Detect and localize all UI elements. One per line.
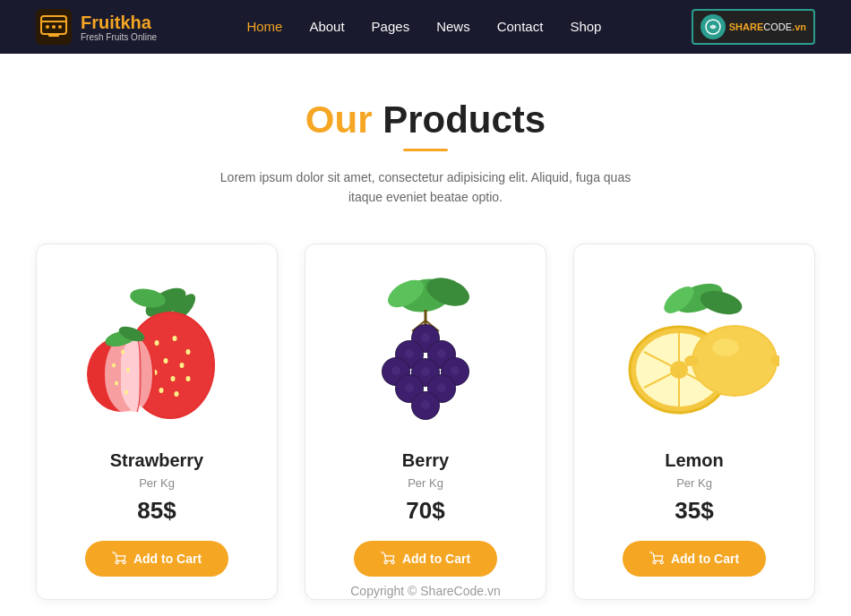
section-description: Lorem ipsum dolor sit amet, consectetur … [202,167,649,208]
product-name-strawberry: Strawberry [110,450,204,471]
svg-point-29 [126,367,130,372]
svg-point-75 [670,361,688,379]
nav-item-contact[interactable]: Contact [497,19,544,35]
svg-point-31 [125,389,128,394]
svg-point-18 [180,363,185,368]
svg-point-3 [46,25,49,29]
product-name-lemon: Lemon [665,450,724,471]
product-unit-berry: Per Kg [408,476,443,490]
products-grid: Strawberry Per Kg 85$ Add to Cart [18,244,833,600]
sharecode-highlight: SHARE [729,21,764,32]
sharecode-badge-text: SHARECODE.vn [729,21,806,32]
nav-item-home[interactable]: Home [246,19,282,35]
product-card-berry: Berry Per Kg 70$ Add to Cart [305,244,546,600]
strawberry-svg [67,276,246,428]
product-unit-strawberry: Per Kg [139,476,175,490]
nav-link-pages[interactable]: Pages [372,19,410,34]
svg-point-15 [186,349,191,355]
copyright-text: Copyright © ShareCode.vn [350,584,501,598]
lemon-svg [609,280,779,424]
product-image-lemon [605,271,784,432]
svg-point-22 [159,388,164,393]
product-price-berry: 70$ [406,497,444,525]
svg-point-4 [52,25,56,29]
svg-point-5 [58,25,62,29]
svg-point-13 [155,340,159,346]
nav-item-news[interactable]: News [436,19,470,35]
nav-logo[interactable]: Fruitkha Fresh Fruits Online [36,9,157,45]
sharecode-badge: SHARECODE.vn [692,9,815,45]
svg-point-57 [451,366,460,375]
nav-link-about[interactable]: About [309,19,344,34]
cart-icon-strawberry [112,552,126,566]
svg-point-51 [391,366,400,375]
svg-point-30 [115,381,118,385]
product-price-lemon: 35$ [675,497,713,525]
nav-item-shop[interactable]: Shop [570,19,601,35]
svg-point-45 [405,349,414,358]
sharecode-domain: .vn [792,21,806,32]
nav-link-contact[interactable]: Contact [497,19,544,34]
svg-point-80 [684,355,699,366]
product-price-strawberry: 85$ [137,497,176,525]
svg-point-28 [112,363,116,367]
nav-link-home[interactable]: Home [246,19,282,34]
svg-point-78 [693,327,776,395]
svg-point-48 [437,349,446,358]
svg-point-14 [173,336,177,341]
nav-link-news[interactable]: News [436,19,470,34]
main-content: Our Products Lorem ipsum dolor sit amet,… [0,54,851,616]
svg-point-20 [171,376,176,381]
cart-icon-lemon [649,552,664,566]
add-to-cart-berry[interactable]: Add to Cart [354,541,497,577]
section-underline [403,149,448,151]
product-card-lemon: Lemon Per Kg 35$ Add to Cart [573,244,815,600]
add-to-cart-lemon[interactable]: Add to Cart [623,541,766,577]
svg-point-63 [437,383,446,392]
section-header: Our Products Lorem ipsum dolor sit amet,… [18,98,833,208]
product-name-berry: Berry [402,450,449,471]
svg-point-42 [421,333,430,342]
svg-point-21 [186,376,191,381]
product-card-strawberry: Strawberry Per Kg 85$ Add to Cart [36,244,278,600]
svg-point-54 [421,367,430,376]
copyright-watermark: Copyright © ShareCode.vn [350,584,501,598]
nav-item-about[interactable]: About [309,19,344,35]
product-image-strawberry [67,271,246,432]
add-to-cart-strawberry[interactable]: Add to Cart [85,541,228,577]
navbar: Fruitkha Fresh Fruits Online Home About … [0,0,851,54]
title-highlight: Our [305,98,383,141]
nav-link-shop[interactable]: Shop [570,19,601,34]
svg-point-66 [421,400,430,409]
logo-icon [36,9,72,45]
logo-sub: Fresh Fruits Online [81,32,157,42]
product-image-berry [336,271,515,432]
product-unit-lemon: Per Kg [676,476,712,490]
nav-links: Home About Pages News Contact Shop [246,19,601,35]
svg-point-17 [164,358,168,364]
title-rest: Products [383,98,546,141]
svg-point-27 [121,349,125,354]
svg-point-23 [175,391,179,397]
section-title: Our Products [18,98,833,141]
logo-name: Fruitkha [81,13,157,32]
logo-text: Fruitkha Fresh Fruits Online [81,13,157,42]
grapes-svg [345,276,506,428]
svg-point-81 [712,338,739,356]
nav-item-pages[interactable]: Pages [372,19,410,35]
sharecode-badge-icon [701,14,726,39]
cart-icon-berry [381,552,395,566]
svg-point-60 [405,383,414,392]
svg-rect-6 [48,34,59,37]
